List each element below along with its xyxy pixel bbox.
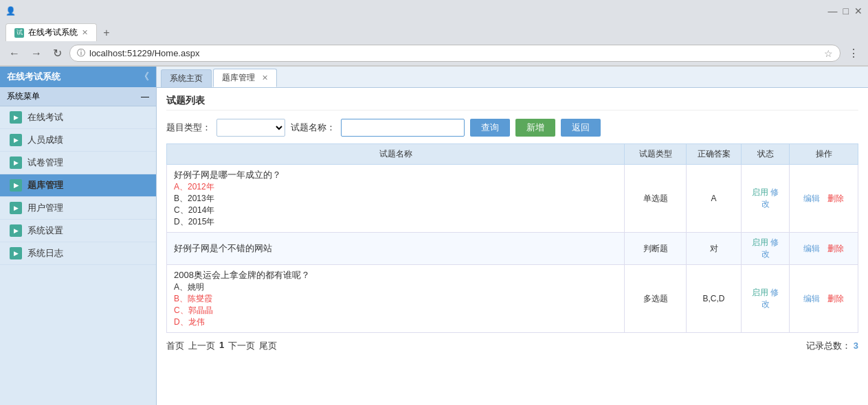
status-label: 启用 <box>752 187 768 197</box>
sidebar-item-scores[interactable]: ▶ 人员成绩 <box>0 129 156 152</box>
sidebar-item-label: 人员成绩 <box>27 134 63 146</box>
sidebar-nav: ▶ 在线考试 ▶ 人员成绩 ▶ 试卷管理 ▶ 题库管理 ▶ 用户管理 ▶ 系统设… <box>0 106 156 265</box>
sidebar-header: 在线考试系统 《 <box>0 67 156 87</box>
bookmark-icon[interactable]: ☆ <box>824 48 833 59</box>
col-operation: 操作 <box>790 144 858 165</box>
tab-close-btn[interactable]: ✕ <box>82 28 88 37</box>
status-cell: 启用 修改 <box>742 265 790 333</box>
refresh-button[interactable]: ↻ <box>49 45 65 61</box>
current-page: 1 <box>219 340 224 352</box>
sidebar-section-label: 系统菜单 <box>7 91 40 102</box>
next-page-link[interactable]: 下一页 <box>228 340 255 352</box>
total-label: 记录总数： <box>806 340 851 351</box>
forward-button[interactable]: → <box>27 46 45 61</box>
sidebar-item-sys-settings[interactable]: ▶ 系统设置 <box>0 220 156 242</box>
total-count: 3 <box>854 340 858 351</box>
answer-cell: 对 <box>687 233 742 265</box>
sidebar-item-sys-log[interactable]: ▶ 系统日志 <box>0 242 156 265</box>
maximize-btn[interactable]: □ <box>843 5 849 16</box>
tab-home[interactable]: 系统主页 <box>161 69 212 87</box>
browser-chrome: 👤 — □ ✕ 试 在线考试系统 ✕ + ← → ↻ ⓘ localhost:5… <box>0 0 868 67</box>
browser-tab[interactable]: 试 在线考试系统 ✕ <box>5 23 97 41</box>
option-b: B、陈燮霞 <box>174 293 617 305</box>
sidebar-item-label: 题库管理 <box>27 179 63 192</box>
status-label: 启用 <box>752 288 768 297</box>
scores-icon: ▶ <box>10 134 22 146</box>
query-button[interactable]: 查询 <box>470 119 510 137</box>
table-row: 2008奥运会上拿金牌的都有谁呢？ A、姚明 B、陈燮霞 C、郭晶晶 D、龙伟 … <box>167 265 858 333</box>
back-button[interactable]: 返回 <box>561 119 601 137</box>
tab-close-icon[interactable]: ✕ <box>262 73 268 82</box>
minimize-btn[interactable]: — <box>828 5 838 16</box>
sidebar-item-label: 试卷管理 <box>27 157 63 169</box>
pagination-info: 记录总数： 3 <box>806 340 858 352</box>
tab-home-label: 系统主页 <box>170 73 203 84</box>
col-status: 状态 <box>742 144 790 165</box>
title-bar: 👤 — □ ✕ <box>0 0 868 22</box>
operation-cell: 编辑 删除 <box>790 233 858 265</box>
prev-page-link[interactable]: 上一页 <box>188 340 215 352</box>
option-c: C、2014年 <box>174 205 617 216</box>
back-button[interactable]: ← <box>5 46 23 61</box>
browser-tab-bar: 试 在线考试系统 ✕ + <box>0 22 868 41</box>
option-c: C、郭晶晶 <box>174 305 617 316</box>
close-btn[interactable]: ✕ <box>854 5 863 16</box>
op-edit-row1[interactable]: 编辑 <box>803 194 820 203</box>
sys-log-icon: ▶ <box>10 247 22 259</box>
lock-icon: ⓘ <box>77 47 85 59</box>
status-label: 启用 <box>752 238 768 247</box>
op-delete-row2[interactable]: 删除 <box>827 244 844 253</box>
search-bar: 题目类型： 单选题 多选题 判断题 试题名称： 查询 新增 返回 <box>166 119 858 137</box>
sidebar-item-label: 用户管理 <box>27 202 63 214</box>
type-label: 题目类型： <box>166 121 211 134</box>
type-select[interactable]: 单选题 多选题 判断题 <box>216 119 285 137</box>
question-cell: 2008奥运会上拿金牌的都有谁呢？ A、姚明 B、陈燮霞 C、郭晶晶 D、龙伟 <box>167 265 625 333</box>
url-bar[interactable]: ⓘ localhost:51229/Home.aspx ☆ <box>69 45 841 62</box>
pagination: 首页 上一页 1 下一页 尾页 记录总数： 3 <box>166 340 858 352</box>
add-button[interactable]: 新增 <box>515 119 555 137</box>
tab-favicon: 试 <box>14 28 24 38</box>
tab-question-bank[interactable]: 题库管理 ✕ <box>213 69 277 87</box>
sidebar-item-label: 系统设置 <box>27 224 63 237</box>
sidebar-item-online-exam[interactable]: ▶ 在线考试 <box>0 106 156 129</box>
sys-settings-icon: ▶ <box>10 224 22 237</box>
option-d: D、2015年 <box>174 216 617 228</box>
user-icon: 👤 <box>5 6 16 16</box>
op-delete-row1[interactable]: 删除 <box>827 194 844 203</box>
sidebar: 在线考试系统 《 系统菜单 — ▶ 在线考试 ▶ 人员成绩 ▶ 试卷管理 ▶ 题… <box>0 67 157 405</box>
op-delete-row3[interactable]: 删除 <box>827 294 844 303</box>
question-cell: 好例子网是哪一年成立的？ A、2012年 B、2013年 C、2014年 D、2… <box>167 165 625 233</box>
tab-label: 在线考试系统 <box>28 27 78 38</box>
answer-cell: B,C,D <box>687 265 742 333</box>
col-question-name: 试题名称 <box>167 144 625 165</box>
status-cell: 启用 修改 <box>742 233 790 265</box>
main-content: 系统主页 题库管理 ✕ 试题列表 题目类型： 单选题 多选题 判断题 试题名称： <box>157 67 868 405</box>
col-question-type: 试题类型 <box>625 144 687 165</box>
col-correct-answer: 正确答案 <box>687 144 742 165</box>
sidebar-item-label: 在线考试 <box>27 111 63 124</box>
op-edit-row2[interactable]: 编辑 <box>803 244 820 253</box>
tab-qbank-label: 题库管理 <box>222 72 255 84</box>
op-edit-row3[interactable]: 编辑 <box>803 294 820 303</box>
url-text: localhost:51229/Home.aspx <box>89 48 820 58</box>
sidebar-item-question-bank[interactable]: ▶ 题库管理 <box>0 174 156 197</box>
pagination-links: 首页 上一页 1 下一页 尾页 <box>166 340 277 352</box>
type-cell: 判断题 <box>625 233 687 265</box>
window-controls: — □ ✕ <box>828 5 863 16</box>
content-area: 试题列表 题目类型： 单选题 多选题 判断题 试题名称： 查询 新增 返回 <box>157 88 868 405</box>
last-page-link[interactable]: 尾页 <box>259 340 277 352</box>
question-title: 好例子网是个不错的网站 <box>174 242 617 255</box>
name-input[interactable] <box>341 119 465 137</box>
sidebar-collapse-button[interactable]: 《 <box>140 71 149 83</box>
sidebar-item-label: 系统日志 <box>27 247 63 259</box>
option-d: D、龙伟 <box>174 316 617 328</box>
new-tab-button[interactable]: + <box>98 25 115 41</box>
option-a: A、姚明 <box>174 281 617 293</box>
table-row: 好例子网是哪一年成立的？ A、2012年 B、2013年 C、2014年 D、2… <box>167 165 858 233</box>
sidebar-item-paper-mgmt[interactable]: ▶ 试卷管理 <box>0 152 156 174</box>
first-page-link[interactable]: 首页 <box>166 340 184 352</box>
sidebar-item-user-mgmt[interactable]: ▶ 用户管理 <box>0 197 156 220</box>
browser-menu-btn[interactable]: ⋮ <box>845 45 863 61</box>
address-bar: ← → ↻ ⓘ localhost:51229/Home.aspx ☆ ⋮ <box>0 41 868 66</box>
question-cell: 好例子网是个不错的网站 <box>167 233 625 265</box>
